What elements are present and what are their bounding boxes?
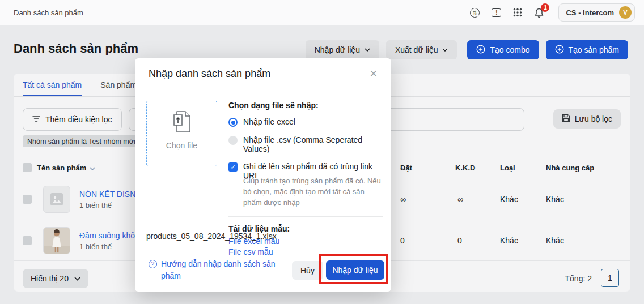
create-product-label: Tạo sản phẩm bbox=[569, 45, 620, 54]
cell-value: Khác bbox=[500, 195, 518, 204]
page-title: Danh sách sản phẩm bbox=[14, 41, 138, 56]
add-filter-label: Thêm điều kiện lọc bbox=[45, 115, 112, 124]
question-circle-icon: ? bbox=[149, 260, 157, 268]
submit-label: Nhập dữ liệu bbox=[332, 266, 378, 275]
plus-circle-icon bbox=[476, 45, 485, 55]
column-label: K.K.D bbox=[455, 164, 475, 172]
plus-circle-icon bbox=[555, 45, 564, 55]
save-filter-button[interactable]: Lưu bộ lọc bbox=[553, 109, 621, 129]
choose-file-dropzone[interactable]: Chọn file bbox=[146, 101, 217, 166]
import-products-modal: Nhập danh sách sản phẩm ✕ Chọn file Chọn… bbox=[135, 58, 391, 292]
select-all-checkbox[interactable] bbox=[23, 163, 32, 172]
image-placeholder-icon bbox=[43, 186, 70, 213]
import-data-label: Nhập dữ liệu bbox=[315, 45, 360, 54]
row-select-cell bbox=[23, 178, 32, 220]
active-filter-chip: Nhóm sản phẩm là Test nhóm mới ✕ bbox=[23, 135, 149, 147]
product-photo bbox=[43, 227, 70, 254]
cell-kkd: ∞ bbox=[457, 178, 463, 220]
cell-value: 0 bbox=[400, 236, 405, 245]
row-checkbox[interactable] bbox=[23, 236, 32, 245]
selected-file-name: products_05_08_2024_19534_1.xlsx bbox=[146, 232, 277, 241]
header-actions: Nhập dữ liệu Xuất dữ liệu Tạo combo Tạo … bbox=[306, 40, 628, 59]
feedback-icon[interactable]: ! bbox=[492, 8, 501, 17]
select-all-cell bbox=[23, 156, 32, 179]
divider bbox=[135, 255, 391, 255]
account-label: CS - Intercom bbox=[566, 8, 614, 17]
import-submit-button[interactable]: Nhập dữ liệu bbox=[326, 260, 384, 280]
export-data-label: Xuất dữ liệu bbox=[395, 45, 438, 54]
total-count: Tổng: 2 bbox=[565, 274, 592, 283]
tab-label: Tất cả sản phẩm bbox=[23, 80, 82, 89]
sync-icon[interactable]: ⇅ bbox=[470, 8, 480, 18]
modal-title: Nhập danh sách sản phẩm bbox=[149, 68, 270, 80]
column-name[interactable]: Tên sản phẩm bbox=[37, 156, 95, 179]
create-combo-label: Tạo combo bbox=[490, 45, 529, 54]
close-icon[interactable]: ✕ bbox=[370, 68, 378, 80]
divider bbox=[228, 216, 383, 217]
cell-value: ∞ bbox=[400, 195, 406, 204]
create-product-button[interactable]: Tạo sản phẩm bbox=[546, 40, 629, 59]
add-filter-button[interactable]: Thêm điều kiện lọc bbox=[23, 108, 122, 131]
cell-supplier: Khác bbox=[546, 220, 564, 260]
column-label: Loại bbox=[500, 164, 515, 172]
breadcrumb: Danh sách sản phẩm bbox=[14, 8, 83, 17]
choose-file-label: Chọn file bbox=[166, 141, 197, 150]
bell-icon[interactable]: 1 bbox=[534, 7, 544, 18]
cancel-button[interactable]: Hủy bbox=[292, 261, 323, 280]
row-checkbox[interactable] bbox=[23, 195, 32, 204]
checkbox-checked-icon: ✓ bbox=[228, 162, 238, 172]
account-menu-button[interactable]: CS - Intercom V bbox=[558, 3, 635, 22]
cancel-label: Hủy bbox=[300, 266, 315, 275]
cell-value: 0 bbox=[457, 236, 462, 245]
cell-kkd: 0 bbox=[457, 220, 462, 260]
create-combo-button[interactable]: Tạo combo bbox=[467, 40, 539, 59]
column-loai: Loại bbox=[500, 156, 515, 179]
sync-arrows-glyph: ⇅ bbox=[470, 8, 480, 18]
radio-label: Nhập file excel bbox=[243, 117, 295, 126]
column-dat: Đặt bbox=[400, 156, 412, 179]
modal-header: Nhập danh sách sản phẩm ✕ bbox=[135, 58, 391, 89]
radio-csv[interactable]: Nhập file .csv (Comma Seperated Values) bbox=[228, 135, 383, 153]
page-size-label: Hiển thị 20 bbox=[31, 274, 69, 283]
guide-link-label: Hướng dẫn nhập danh sách sản phẩm bbox=[161, 258, 282, 282]
sort-chevron-icon bbox=[90, 164, 95, 172]
apps-grid-icon[interactable] bbox=[513, 8, 522, 17]
cell-value: Khác bbox=[546, 236, 564, 245]
chevron-down-icon bbox=[74, 277, 80, 281]
radio-selected-icon bbox=[228, 118, 238, 127]
cell-value: ∞ bbox=[457, 195, 463, 204]
file-type-label: Chọn dạng file sẽ nhập: bbox=[228, 101, 383, 110]
checkbox-help-text: Giúp tránh tạo trùng sản phẩm đã có. Nếu… bbox=[243, 175, 383, 208]
row-select-cell bbox=[23, 220, 32, 260]
radio-excel[interactable]: Nhập file excel bbox=[228, 117, 383, 127]
column-kkd: K.K.D bbox=[455, 156, 475, 179]
radio-label: Nhập file .csv (Comma Seperated Values) bbox=[243, 135, 383, 153]
save-icon bbox=[562, 114, 570, 124]
exclamation-glyph: ! bbox=[492, 8, 501, 17]
import-data-dropdown-button[interactable]: Nhập dữ liệu bbox=[306, 40, 379, 59]
cell-dat: 0 bbox=[400, 220, 405, 260]
topbar: Danh sách sản phẩm ⇅ ! 1 CS - Intercom V bbox=[0, 0, 644, 25]
filter-icon bbox=[32, 115, 40, 124]
export-data-dropdown-button[interactable]: Xuất dữ liệu bbox=[386, 40, 457, 59]
notification-badge: 1 bbox=[541, 3, 549, 12]
chevron-down-icon bbox=[365, 48, 370, 52]
cell-dat: ∞ bbox=[400, 178, 406, 220]
page-size-dropdown[interactable]: Hiển thị 20 bbox=[23, 269, 88, 288]
cell-value: Khác bbox=[546, 195, 564, 204]
cell-value: Khác bbox=[500, 236, 518, 245]
chip-label: Nhóm sản phẩm là Test nhóm mới bbox=[27, 138, 135, 145]
column-label: Đặt bbox=[400, 164, 412, 172]
column-label: Tên sản phẩm bbox=[37, 164, 86, 172]
pagination-page-1[interactable]: 1 bbox=[601, 269, 619, 287]
import-guide-link[interactable]: ? Hướng dẫn nhập danh sách sản phẩm bbox=[149, 258, 282, 282]
topbar-actions: ⇅ ! 1 CS - Intercom V bbox=[470, 3, 635, 22]
cell-supplier: Khác bbox=[546, 178, 564, 220]
column-supplier: Nhà cung cấp bbox=[546, 156, 594, 179]
radio-unselected-icon bbox=[228, 136, 238, 145]
column-label: Nhà cung cấp bbox=[546, 164, 594, 172]
upload-file-icon bbox=[172, 110, 192, 136]
tab-all-products[interactable]: Tất cả sản phẩm bbox=[23, 74, 82, 96]
cell-loai: Khác bbox=[500, 220, 518, 260]
avatar: V bbox=[619, 6, 632, 19]
